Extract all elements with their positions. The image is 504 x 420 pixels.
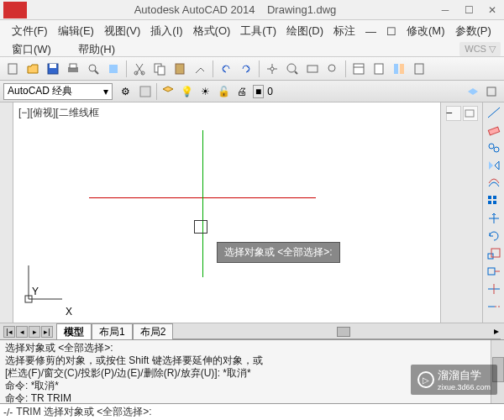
tab-last-icon[interactable]: ▸|: [41, 326, 53, 338]
app-icon[interactable]: [3, 2, 27, 18]
viewport-label[interactable]: [−][俯视][二维线框: [18, 106, 99, 120]
menu-format[interactable]: 格式(O): [188, 22, 236, 40]
scroll-right-icon[interactable]: ▸: [494, 325, 499, 337]
separator: [156, 83, 157, 100]
wcs-badge[interactable]: WCS ▽: [459, 42, 501, 56]
menu-params[interactable]: 参数(P): [450, 22, 496, 40]
watermark: ▷ 溜溜自学 zixue.3d66.com: [411, 365, 497, 395]
svg-line-6: [95, 71, 98, 74]
svg-rect-20: [375, 64, 383, 74]
publish-icon[interactable]: [104, 60, 123, 78]
trim-icon[interactable]: [485, 281, 503, 297]
drawing-canvas[interactable]: [−][俯视][二维线框 选择对象或 <全部选择>: Y X: [13, 102, 440, 323]
sheet-icon[interactable]: [370, 60, 388, 78]
separator: [259, 60, 260, 77]
copy-icon[interactable]: [150, 60, 169, 78]
lock-icon[interactable]: 🔓: [214, 82, 233, 101]
menu-tools[interactable]: 工具(T): [235, 22, 281, 40]
scroll-thumb-h[interactable]: [337, 327, 350, 337]
menu-help[interactable]: 帮助(H): [73, 40, 120, 59]
workspace-bar: AutoCAD 经典 ▾ ⚙ 💡 ☀ 🔓 🖨 ■ 0: [0, 81, 504, 102]
command-input-text: TRIM 选择对象或 <全部选择>:: [16, 405, 501, 419]
tab-layout2[interactable]: 布局2: [133, 323, 174, 340]
tab-layout1[interactable]: 布局1: [92, 323, 133, 340]
tool-palette-icon[interactable]: [390, 60, 408, 78]
nav-home-icon[interactable]: [463, 106, 478, 121]
nav-minimize-icon[interactable]: –: [446, 106, 461, 121]
match-icon[interactable]: [191, 60, 209, 78]
menu-insert[interactable]: 插入(I): [145, 22, 187, 40]
line-icon[interactable]: [485, 104, 503, 121]
layer-color-swatch[interactable]: ■: [253, 85, 264, 98]
close-button[interactable]: ✕: [484, 3, 501, 18]
properties-icon[interactable]: [349, 60, 368, 78]
plot-icon[interactable]: 🖨: [233, 82, 251, 101]
maximize-button[interactable]: ☐: [460, 3, 477, 18]
pickbox-cursor: [194, 220, 207, 234]
workspace-icon[interactable]: [136, 82, 155, 101]
layer-filter-icon[interactable]: [482, 82, 501, 101]
tab-next-icon[interactable]: ▸: [29, 326, 40, 338]
svg-rect-23: [415, 64, 423, 74]
window-controls: ─ ☐ ✕: [437, 3, 501, 18]
layer-state-icon[interactable]: [464, 82, 482, 101]
menu-draw[interactable]: 绘图(D): [281, 22, 328, 40]
layout-tabs: |◂ ◂ ▸ ▸| 模型 布局1 布局2 ▸: [0, 323, 504, 339]
tab-prev-icon[interactable]: ◂: [16, 326, 28, 338]
workspace-dropdown[interactable]: AutoCAD 经典 ▾: [3, 83, 113, 100]
extend-icon[interactable]: [485, 298, 503, 315]
left-toolbar: [0, 102, 13, 323]
svg-rect-0: [8, 64, 17, 74]
offset-icon[interactable]: [485, 175, 503, 192]
new-icon[interactable]: [3, 60, 22, 78]
zoom-window-icon[interactable]: [303, 60, 322, 78]
window-title: Autodesk AutoCAD 2014 Drawing1.dwg: [34, 3, 437, 16]
scale-icon[interactable]: [485, 245, 503, 262]
tab-first-icon[interactable]: |◂: [3, 326, 15, 338]
tab-model[interactable]: 模型: [56, 323, 92, 340]
stretch-icon[interactable]: [485, 263, 503, 280]
svg-rect-36: [488, 201, 491, 204]
lightbulb-icon[interactable]: 💡: [177, 82, 196, 101]
svg-point-8: [134, 71, 138, 75]
command-line: 选择对象或 <全部选择>:: [5, 342, 499, 354]
print-icon[interactable]: [64, 60, 82, 78]
preview-icon[interactable]: [84, 60, 102, 78]
svg-rect-31: [488, 127, 499, 135]
array-icon[interactable]: [485, 192, 503, 209]
open-icon[interactable]: [24, 60, 42, 78]
pan-icon[interactable]: [263, 60, 281, 78]
menu-doc-max[interactable]: ☐: [381, 24, 402, 39]
svg-point-9: [141, 71, 144, 75]
minimize-button[interactable]: ─: [437, 3, 454, 18]
save-icon[interactable]: [44, 60, 62, 78]
svg-rect-35: [493, 196, 496, 199]
redo-icon[interactable]: [237, 60, 255, 78]
menu-edit[interactable]: 编辑(E): [53, 22, 99, 40]
menu-view[interactable]: 视图(V): [99, 22, 145, 40]
svg-rect-4: [70, 64, 76, 68]
cut-icon[interactable]: [130, 60, 149, 78]
layer-manager-icon[interactable]: [159, 82, 177, 101]
copy-obj-icon[interactable]: [485, 139, 503, 156]
undo-icon[interactable]: [217, 60, 235, 78]
erase-icon[interactable]: [485, 122, 503, 139]
svg-rect-16: [307, 66, 318, 72]
menu-doc-min[interactable]: —: [360, 24, 381, 39]
gear-icon[interactable]: ⚙: [116, 82, 134, 101]
menu-file[interactable]: 文件(F): [7, 22, 53, 40]
paste-icon[interactable]: [171, 60, 189, 78]
sun-icon[interactable]: ☀: [196, 82, 214, 101]
separator: [126, 60, 127, 77]
rotate-icon[interactable]: [485, 228, 503, 244]
input-prefix: -/-: [3, 407, 13, 418]
menu-dimension[interactable]: 标注: [328, 22, 360, 40]
zoom-prev-icon[interactable]: [323, 60, 342, 78]
menu-modify[interactable]: 修改(M): [402, 22, 450, 40]
menu-window[interactable]: 窗口(W): [7, 40, 56, 59]
calc-icon[interactable]: [410, 60, 428, 78]
command-input-bar[interactable]: -/- TRIM 选择对象或 <全部选择>:: [0, 403, 504, 420]
zoom-icon[interactable]: [283, 60, 302, 78]
mirror-icon[interactable]: [485, 157, 503, 174]
move-icon[interactable]: [485, 210, 503, 227]
